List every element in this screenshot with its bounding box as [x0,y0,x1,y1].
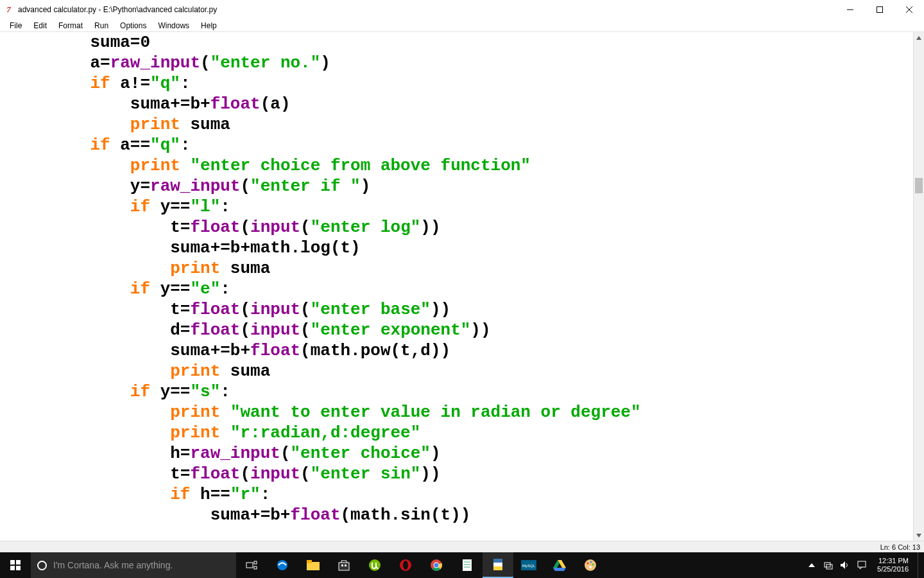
svg-rect-1 [877,7,883,13]
show-desktop-button[interactable] [918,552,921,578]
taskbar-app-utorrent[interactable] [359,552,390,578]
svg-rect-11 [254,561,257,564]
svg-rect-7 [16,560,21,565]
menu-edit[interactable]: Edit [28,20,53,31]
menu-help[interactable]: Help [195,20,223,31]
scroll-up-button[interactable] [914,32,924,43]
svg-rect-9 [16,566,21,570]
svg-rect-12 [254,566,257,569]
taskbar-app-edge[interactable] [267,552,298,578]
svg-rect-6 [10,560,15,565]
tray-network-icon[interactable] [822,559,835,572]
taskbar-clock[interactable]: 12:31 PM 5/25/2016 [872,557,914,574]
taskbar-app-store[interactable] [329,552,359,578]
window-close-button[interactable] [894,0,924,19]
tray-action-center-icon[interactable] [855,559,868,572]
taskbar-app-chrome[interactable] [421,552,452,578]
svg-rect-33 [493,566,502,570]
svg-marker-38 [553,568,566,571]
scroll-track[interactable] [914,43,924,530]
scroll-thumb[interactable] [915,178,923,193]
start-button[interactable] [0,552,31,578]
menu-format[interactable]: Format [53,20,89,31]
svg-point-40 [587,563,589,565]
svg-rect-27 [463,559,472,571]
menu-bar: File Edit Format Run Options Windows Hel… [0,19,924,32]
svg-point-43 [589,566,592,568]
vertical-scrollbar[interactable] [913,32,924,541]
taskbar-app-explorer[interactable] [298,552,329,578]
taskbar-app-drive[interactable] [544,552,575,578]
cursor-position: Ln: 6 Col: 13 [880,543,920,551]
svg-rect-17 [341,565,343,566]
window-minimize-button[interactable] [835,0,865,19]
taskbar-app-opera[interactable] [390,552,421,578]
svg-point-42 [592,564,594,566]
svg-point-39 [585,559,596,571]
code-editor[interactable]: suma=0 a=raw_input("enter no.") if a!="q… [0,32,913,541]
svg-rect-32 [493,559,502,563]
taskbar-app-mysql[interactable]: MySQL [513,552,544,578]
menu-run[interactable]: Run [89,20,114,31]
cortana-icon [37,561,47,570]
svg-rect-18 [345,565,346,566]
cortana-search[interactable]: I'm Cortana. Ask me anything. [31,552,236,578]
idle-app-icon: 7 [4,4,14,15]
window-titlebar: 7 advanced calculator.py - E:\Python\adv… [0,0,924,19]
clock-date: 5/25/2016 [877,565,909,574]
svg-rect-16 [339,563,349,570]
svg-marker-44 [809,563,815,567]
tray-volume-icon[interactable] [839,559,851,572]
menu-options[interactable]: Options [114,20,152,31]
svg-rect-10 [246,563,253,568]
window-maximize-button[interactable] [865,0,894,19]
scroll-down-button[interactable] [914,530,924,541]
window-title: advanced calculator.py - E:\Python\advan… [18,5,217,14]
svg-point-26 [434,563,439,568]
taskbar-app-paint[interactable] [575,552,606,578]
svg-marker-47 [841,561,845,569]
svg-rect-8 [10,566,15,570]
clock-time: 12:31 PM [877,557,909,565]
svg-text:MySQL: MySQL [522,564,536,568]
task-view-button[interactable] [236,552,267,578]
search-placeholder: I'm Cortana. Ask me anything. [53,560,173,570]
svg-marker-5 [916,534,921,538]
svg-point-41 [590,561,592,563]
taskbar-app-idle[interactable] [483,552,513,578]
menu-file[interactable]: File [4,20,28,31]
windows-taskbar: I'm Cortana. Ask me anything. MySQL 12:3… [0,552,924,578]
menu-windows[interactable]: Windows [152,20,195,31]
svg-rect-15 [307,560,312,563]
svg-rect-48 [858,561,866,567]
taskbar-app-notepadpp[interactable] [452,552,483,578]
status-bar: Ln: 6 Col: 13 [0,541,924,552]
svg-point-21 [403,561,408,570]
tray-chevron-up-icon[interactable] [805,559,818,572]
svg-marker-4 [916,36,921,40]
code-content[interactable]: suma=0 a=raw_input("enter no.") if a!="q… [0,32,913,525]
svg-point-19 [369,559,381,571]
